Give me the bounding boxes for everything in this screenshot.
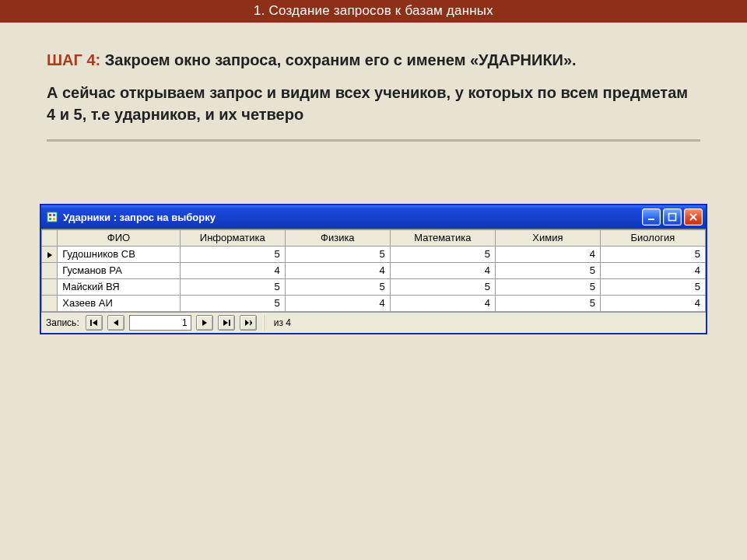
- minimize-button[interactable]: [642, 208, 661, 226]
- cell-value[interactable]: 5: [495, 263, 600, 279]
- table-row[interactable]: Майский ВЯ55555: [42, 279, 706, 296]
- cell-value[interactable]: 5: [495, 296, 600, 312]
- next-record-button[interactable]: [196, 315, 213, 331]
- row-selector[interactable]: [42, 247, 58, 263]
- svg-rect-0: [47, 212, 57, 222]
- cell-value[interactable]: 4: [390, 263, 495, 279]
- cell-value[interactable]: 4: [285, 296, 390, 312]
- table-row[interactable]: Хазеев АИ54454: [42, 296, 706, 312]
- step-line: ШАГ 4: Закроем окно запроса, сохраним ег…: [47, 49, 700, 71]
- col-header[interactable]: Биология: [600, 230, 705, 247]
- cell-value[interactable]: 5: [390, 247, 495, 263]
- svg-rect-7: [90, 320, 92, 326]
- last-record-button[interactable]: [218, 315, 235, 331]
- window-buttons: [642, 208, 703, 226]
- step-paragraph: А сейчас открываем запрос и видим всех у…: [47, 82, 700, 125]
- cell-name[interactable]: Гусманов РА: [58, 263, 181, 279]
- recnav-of: из 4: [274, 317, 291, 328]
- svg-rect-12: [229, 320, 230, 326]
- cell-value[interactable]: 5: [180, 296, 285, 312]
- record-number-input[interactable]: [129, 315, 191, 331]
- svg-rect-5: [648, 219, 654, 220]
- window-titlebar[interactable]: Ударники : запрос на выборку: [41, 205, 706, 229]
- cell-value[interactable]: 4: [285, 263, 390, 279]
- table-row[interactable]: Гусманов РА44454: [42, 263, 706, 279]
- cell-value[interactable]: 5: [180, 247, 285, 263]
- window-title: Ударники : запрос на выборку: [63, 212, 642, 223]
- cell-value[interactable]: 4: [180, 263, 285, 279]
- query-icon: [46, 211, 58, 223]
- svg-marker-13: [245, 320, 249, 326]
- svg-marker-8: [93, 320, 97, 326]
- query-window: Ударники : запрос на выборку ФИО Информа…: [40, 204, 707, 334]
- maximize-button[interactable]: [663, 208, 682, 226]
- cell-value[interactable]: 5: [285, 247, 390, 263]
- previous-record-button[interactable]: [107, 315, 124, 331]
- data-grid[interactable]: ФИО Информатика Физика Математика Химия …: [41, 229, 706, 312]
- col-header[interactable]: Химия: [495, 230, 600, 247]
- row-selector[interactable]: [42, 296, 58, 312]
- svg-rect-1: [49, 214, 51, 216]
- cell-name[interactable]: Гудошников СВ: [58, 247, 181, 263]
- col-header[interactable]: Информатика: [180, 230, 285, 247]
- table-row[interactable]: Гудошников СВ55545: [42, 247, 706, 263]
- cell-value[interactable]: 5: [495, 279, 600, 296]
- svg-marker-9: [114, 320, 118, 326]
- col-header[interactable]: ФИО: [58, 230, 181, 247]
- section-divider: [47, 139, 700, 142]
- select-all-corner[interactable]: [42, 230, 58, 247]
- slide-title-bar: 1. Создание запросов к базам данных: [0, 0, 747, 23]
- cell-value[interactable]: 4: [495, 247, 600, 263]
- cell-value[interactable]: 5: [285, 279, 390, 296]
- slide-body: ШАГ 4: Закроем окно запроса, сохраним ег…: [0, 23, 747, 125]
- first-record-button[interactable]: [86, 315, 103, 331]
- svg-rect-4: [53, 218, 55, 220]
- col-header[interactable]: Физика: [285, 230, 390, 247]
- svg-marker-11: [223, 320, 228, 326]
- col-header[interactable]: Математика: [390, 230, 495, 247]
- record-navigator: Запись: из 4: [41, 312, 706, 333]
- step-tag: ШАГ 4:: [47, 51, 100, 68]
- svg-rect-6: [669, 214, 676, 221]
- svg-rect-2: [53, 214, 55, 216]
- cell-value[interactable]: 4: [390, 296, 495, 312]
- cell-name[interactable]: Майский ВЯ: [58, 279, 181, 296]
- new-record-button[interactable]: [240, 315, 257, 331]
- step-title: Закроем окно запроса, сохраним его с име…: [105, 51, 577, 68]
- recnav-separator: [263, 315, 265, 331]
- cell-value[interactable]: 4: [600, 263, 705, 279]
- svg-rect-3: [49, 218, 51, 220]
- cell-value[interactable]: 5: [600, 247, 705, 263]
- cell-value[interactable]: 5: [390, 279, 495, 296]
- cell-value[interactable]: 4: [600, 296, 705, 312]
- recnav-label: Запись:: [46, 317, 79, 328]
- close-button[interactable]: [684, 208, 703, 226]
- row-selector[interactable]: [42, 263, 58, 279]
- cell-value[interactable]: 5: [180, 279, 285, 296]
- slide-title: 1. Создание запросов к базам данных: [254, 3, 493, 18]
- svg-marker-10: [202, 320, 207, 326]
- cell-value[interactable]: 5: [600, 279, 705, 296]
- current-row-indicator-icon: [47, 252, 52, 258]
- cell-name[interactable]: Хазеев АИ: [58, 296, 181, 312]
- row-selector[interactable]: [42, 279, 58, 296]
